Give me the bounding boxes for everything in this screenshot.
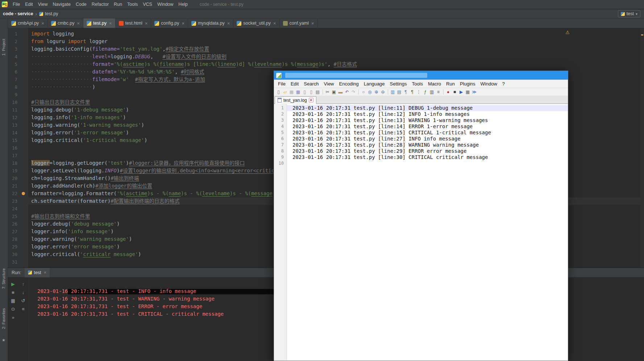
npp-menu-help[interactable]: ? [500, 81, 507, 87]
notepadpp-editor[interactable]: 12023-01-16 20:17:31 test.py [line:11] D… [274, 104, 568, 361]
npp-menu-search[interactable]: Search [301, 81, 321, 87]
breadcrumb-project[interactable]: code - service [3, 11, 33, 16]
replace-icon[interactable]: ◎ [367, 89, 373, 95]
stripe-favorites-button[interactable]: 2: Favorites [1, 308, 6, 329]
close-all-icon[interactable]: ▯ [308, 89, 314, 95]
editor-tab-test.html[interactable]: test.html× [116, 18, 151, 28]
close-icon[interactable]: × [77, 21, 80, 26]
restore-layout-button[interactable]: ▦ [10, 297, 16, 304]
menu-item-refactor[interactable]: Refactor [89, 2, 111, 7]
doc-map-icon[interactable]: ▥ [429, 89, 435, 95]
sync-horizontal-icon[interactable]: ▤ [396, 89, 402, 95]
rerun-button[interactable]: ▶ [10, 281, 16, 287]
run-tab-test[interactable]: test × [25, 268, 50, 277]
notepadpp-title-bar[interactable] [274, 71, 568, 80]
editor-tab-cmbApi.py[interactable]: cmbApi.py× [8, 18, 48, 28]
breakpoint-dot[interactable] [22, 192, 25, 195]
npp-menu-language[interactable]: Language [361, 81, 387, 87]
editor-tab-mysqldata.py[interactable]: mysqldata.py× [188, 18, 233, 28]
npp-menu-run[interactable]: Run [444, 81, 457, 87]
log-line-7[interactable]: 72023-01-16 20:17:31 test.py [line:28] W… [274, 142, 568, 148]
error-stripe[interactable] [640, 28, 644, 268]
log-line-3[interactable]: 32023-01-16 20:17:31 test.py [line:13] W… [274, 117, 568, 123]
sync-vertical-icon[interactable]: ▥ [390, 89, 396, 95]
menu-item-code[interactable]: Code [73, 2, 89, 7]
close-icon[interactable]: × [273, 21, 276, 26]
redo-icon[interactable]: ↷ [350, 89, 357, 95]
editor-tab-conf.yaml[interactable]: conf.yaml× [280, 18, 318, 28]
zoom-out-icon[interactable]: ⊖ [380, 89, 386, 95]
close-icon[interactable]: × [309, 98, 313, 102]
settings-button[interactable]: ⊙ [10, 306, 16, 312]
close-icon[interactable]: × [145, 21, 148, 26]
copy-icon[interactable]: ▣ [331, 89, 337, 95]
code-line-4[interactable]: 4····················level=logging.DEBUG… [8, 53, 644, 60]
run-config-selector[interactable]: test ▾ [618, 10, 640, 17]
menu-item-window[interactable]: Window [155, 2, 176, 7]
stop-button[interactable]: ■ [10, 289, 16, 295]
log-line-10[interactable]: 10 [274, 160, 568, 167]
find-icon[interactable]: ○ [360, 89, 366, 95]
indent-guide-icon[interactable]: ⋮ [416, 89, 422, 95]
cut-icon[interactable]: ✂ [324, 89, 331, 95]
tab-test-yan-log[interactable]: test_yan.log × [275, 96, 316, 104]
code-line-2[interactable]: 2from loguru import logger [8, 38, 644, 45]
code-line-3[interactable]: 3logging.basicConfig(filename='test_yan.… [8, 45, 644, 53]
down-stack-trace-button[interactable]: ↓ [20, 289, 26, 295]
npp-menu-window[interactable]: Window [478, 81, 500, 87]
log-line-5[interactable]: 52023-01-16 20:17:31 test.py [line:15] C… [274, 130, 568, 136]
log-line-9[interactable]: 92023-01-16 20:17:31 test.py [line:30] C… [274, 154, 568, 160]
stripe-project-button[interactable]: 1: Project [1, 39, 6, 55]
save-all-icon[interactable]: ▦ [295, 89, 301, 95]
playback-macro-icon[interactable]: ▶ [458, 89, 464, 95]
log-line-4[interactable]: 42023-01-16 20:17:31 test.py [line:14] E… [274, 123, 568, 130]
menu-item-run[interactable]: Run [111, 2, 125, 7]
close-file-icon[interactable]: ▯ [302, 89, 308, 95]
close-icon[interactable]: × [182, 21, 184, 26]
code-line-5[interactable]: 5····················format='%(asctime)s… [8, 60, 644, 68]
npp-menu-view[interactable]: View [321, 81, 337, 87]
menu-item-view[interactable]: View [36, 2, 50, 7]
save-macro-icon[interactable]: ▦ [465, 89, 471, 95]
zoom-in-icon[interactable]: ⊕ [373, 89, 379, 95]
log-line-6[interactable]: 62023-01-16 20:17:31 test.py [line:27] I… [274, 136, 568, 142]
show-all-chars-icon[interactable]: ¶ [409, 89, 415, 95]
editor-tab-socket_util.py[interactable]: socket_util.py× [233, 18, 279, 28]
stop-record-icon[interactable]: ■ [452, 89, 458, 95]
record-macro-icon[interactable]: ● [445, 89, 451, 95]
new-file-icon[interactable]: ▯ [275, 89, 282, 95]
run-macro-multi-icon[interactable]: ≫ [471, 89, 477, 95]
close-icon[interactable]: × [109, 21, 112, 26]
inspection-warning-icon[interactable]: ⚠ [565, 30, 570, 35]
npp-menu-encoding[interactable]: Encoding [337, 81, 361, 87]
menu-item-edit[interactable]: Edit [22, 2, 36, 7]
npp-menu-macro[interactable]: Macro [425, 81, 444, 87]
log-line-8[interactable]: 82023-01-16 20:17:31 test.py [line:29] E… [274, 148, 568, 154]
close-icon[interactable]: × [41, 21, 44, 26]
close-icon[interactable]: × [44, 270, 47, 275]
npp-menu-file[interactable]: File [275, 81, 288, 87]
editor-tab-cmbc.py[interactable]: cmbc.py× [48, 18, 83, 28]
save-icon[interactable]: ▦ [288, 89, 295, 95]
npp-menu-settings[interactable]: Settings [387, 81, 410, 87]
log-line-1[interactable]: 12023-01-16 20:17:31 test.py [line:11] D… [274, 105, 568, 111]
menu-item-vcs[interactable]: VCS [140, 2, 155, 7]
open-folder-icon[interactable]: ▱ [282, 89, 288, 95]
log-line-2[interactable]: 22023-01-16 20:17:31 test.py [line:12] I… [274, 111, 568, 117]
editor-tab-config.py[interactable]: config.py× [151, 18, 188, 28]
word-wrap-icon[interactable]: ¶ [403, 89, 409, 95]
editor-tab-test.py[interactable]: test.py× [83, 18, 115, 28]
soft-wrap-button[interactable]: ↺ [20, 297, 26, 304]
undo-icon[interactable]: ↶ [344, 89, 350, 95]
scroll-to-end-button[interactable]: ≡ [20, 306, 26, 312]
print-icon[interactable]: ▤ [315, 89, 321, 95]
close-icon[interactable]: × [311, 21, 314, 26]
function-list-icon[interactable]: ƒ [422, 89, 428, 95]
npp-menu-plugins[interactable]: Plugins [457, 81, 478, 87]
close-icon[interactable]: × [227, 21, 230, 26]
doc-switcher-icon[interactable]: ≡ [435, 89, 441, 95]
menu-item-navigate[interactable]: Navigate [50, 2, 73, 7]
npp-menu-tools[interactable]: Tools [410, 81, 425, 87]
npp-menu-edit[interactable]: Edit [288, 81, 301, 87]
menu-item-tools[interactable]: Tools [125, 2, 140, 7]
